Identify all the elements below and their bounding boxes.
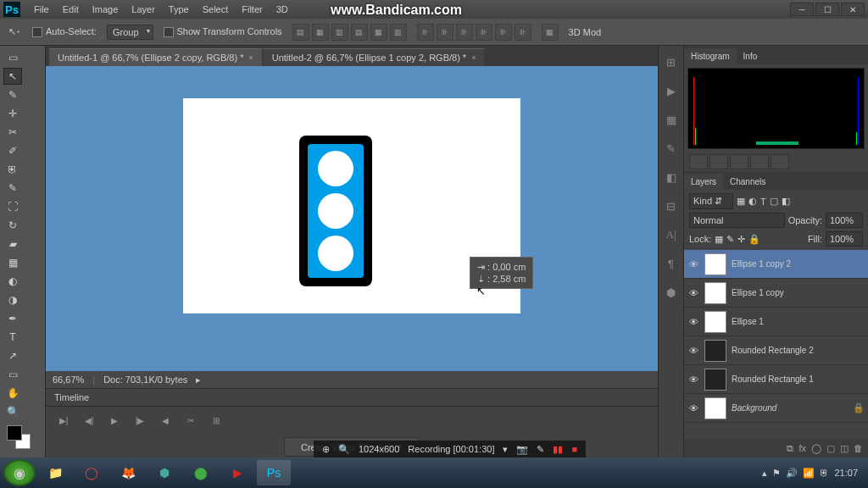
lasso-tool[interactable]: ✎	[3, 86, 22, 103]
menu-image[interactable]: Image	[86, 2, 125, 17]
auto-select-checkbox[interactable]: Auto-Select:	[32, 26, 97, 37]
next-frame-button[interactable]: |▶	[132, 413, 147, 427]
layer-fx-icon[interactable]: fx	[798, 443, 806, 453]
new-group-icon[interactable]: ▢	[826, 443, 835, 454]
visibility-icon[interactable]: 👁	[687, 288, 699, 298]
taskbar-app[interactable]: 📁	[38, 460, 72, 485]
filter-icon[interactable]: ◧	[782, 196, 790, 207]
menu-file[interactable]: File	[27, 2, 56, 17]
visibility-icon[interactable]: 👁	[687, 259, 699, 269]
3d-panel-icon[interactable]: ⬢	[662, 283, 681, 302]
channels-tab[interactable]: Channels	[723, 174, 772, 190]
move-tool[interactable]: ↖	[3, 68, 22, 85]
color-swatch[interactable]	[7, 425, 31, 449]
distribute-button[interactable]: ⊪	[476, 24, 492, 41]
blur-tool[interactable]: ◐	[3, 273, 22, 290]
clock[interactable]: 21:07	[834, 468, 858, 478]
eyedropper-tool[interactable]: ✐	[3, 142, 22, 159]
new-layer-icon[interactable]: ◫	[840, 443, 849, 454]
layer-thumbnail[interactable]	[704, 397, 726, 419]
transition-button[interactable]: ⊞	[209, 413, 224, 427]
info-flyout-icon[interactable]: ▸	[196, 374, 201, 385]
crop-tool[interactable]: ✂	[3, 124, 22, 141]
pause-icon[interactable]: ▮▮	[553, 444, 563, 455]
transform-controls-checkbox[interactable]: Show Transform Controls	[164, 26, 282, 37]
marquee-tool[interactable]: ▭	[3, 49, 22, 66]
adjustment-button[interactable]	[771, 154, 789, 169]
tray-icon[interactable]: 🔊	[786, 468, 798, 479]
taskbar-app[interactable]: Ps	[257, 460, 291, 485]
visibility-icon[interactable]: 👁	[687, 403, 699, 413]
align-button[interactable]: ▥	[390, 24, 407, 41]
dodge-tool[interactable]: ◑	[3, 291, 22, 308]
hand-tool[interactable]: ✋	[3, 385, 22, 402]
info-tab[interactable]: Info	[737, 48, 765, 64]
layer-name[interactable]: Ellipse 1	[732, 317, 865, 326]
align-button[interactable]: ▥	[331, 24, 348, 41]
maximize-button[interactable]: ☐	[815, 3, 839, 16]
taskbar-app[interactable]: 🦊	[111, 460, 145, 485]
paragraph-panel-icon[interactable]: ¶	[662, 254, 681, 273]
zoom-level[interactable]: 66,67%	[53, 374, 84, 385]
adjustment-button[interactable]	[730, 154, 748, 169]
lock-icon[interactable]: ✛	[737, 234, 745, 245]
pen-tool[interactable]: ✒	[3, 310, 22, 327]
layer-thumbnail[interactable]	[704, 369, 726, 391]
align-button[interactable]: ▤	[292, 24, 309, 41]
taskbar-app[interactable]: ▶	[220, 460, 254, 485]
layer-row[interactable]: 👁 Rounded Rectangle 2	[684, 336, 868, 365]
layer-thumbnail[interactable]	[704, 253, 726, 275]
layer-mask-icon[interactable]: ◯	[811, 443, 821, 454]
layer-name[interactable]: Ellipse 1 copy	[732, 288, 865, 297]
visibility-icon[interactable]: 👁	[687, 374, 699, 385]
panel-icon[interactable]: ▦	[662, 110, 681, 129]
layer-name[interactable]: Rounded Rectangle 2	[732, 346, 865, 355]
visibility-icon[interactable]: 👁	[687, 317, 699, 327]
menu-3d[interactable]: 3D	[270, 2, 295, 17]
healing-tool[interactable]: ⛨	[3, 161, 22, 178]
minimize-button[interactable]: ─	[790, 3, 814, 16]
adjustment-button[interactable]	[689, 154, 708, 169]
play-button[interactable]: ▶	[107, 413, 122, 427]
adjustment-button[interactable]	[750, 154, 769, 169]
type-tool[interactable]: T	[3, 329, 22, 346]
shape-tool[interactable]: ▭	[3, 366, 22, 383]
filter-icon[interactable]: ▢	[770, 196, 778, 207]
document-tab[interactable]: Untitled-2 @ 66,7% (Ellipse 1 copy 2, RG…	[264, 48, 485, 66]
close-icon[interactable]: ×	[248, 53, 253, 62]
panel-icon[interactable]: ✎	[662, 139, 681, 158]
zoom-tool[interactable]: 🔍	[3, 403, 22, 420]
gradient-tool[interactable]: ▦	[3, 254, 22, 271]
timeline-tab[interactable]: Timeline	[46, 389, 658, 407]
lock-icon[interactable]: 🔒	[748, 234, 760, 245]
menu-type[interactable]: Type	[162, 2, 196, 17]
lock-icon[interactable]: ✎	[726, 234, 734, 245]
auto-select-dropdown[interactable]: Group	[107, 25, 153, 40]
adjustment-button[interactable]	[709, 154, 728, 169]
fill-input[interactable]: 100%	[826, 231, 863, 247]
cut-button[interactable]: ✂	[183, 413, 198, 427]
document-tab[interactable]: Untitled-1 @ 66,7% (Ellipse 2 copy, RGB/…	[49, 48, 262, 66]
camera-icon[interactable]: 📷	[516, 444, 528, 455]
last-frame-button[interactable]: ◀	[158, 413, 173, 427]
panel-icon[interactable]: ◧	[662, 168, 681, 186]
visibility-icon[interactable]: 👁	[687, 346, 699, 356]
layer-name[interactable]: Background	[732, 403, 848, 413]
layer-thumbnail[interactable]	[704, 311, 726, 333]
layer-row[interactable]: 👁 Ellipse 1 copy	[684, 279, 868, 308]
menu-edit[interactable]: Edit	[56, 2, 86, 17]
delete-layer-icon[interactable]: 🗑	[854, 443, 863, 453]
layer-row[interactable]: 👁 Ellipse 1	[684, 308, 868, 336]
play-3d-icon[interactable]: ▶	[662, 81, 681, 100]
menu-layer[interactable]: Layer	[125, 2, 162, 17]
align-button[interactable]: ▦	[370, 24, 387, 41]
filter-icon[interactable]: T	[760, 197, 766, 207]
menu-filter[interactable]: Filter	[235, 2, 269, 17]
quick-select-tool[interactable]: ✛	[3, 105, 22, 122]
start-button[interactable]: ◉	[3, 459, 36, 486]
brush-tool[interactable]: ✎	[3, 180, 22, 197]
layer-row[interactable]: 👁 Rounded Rectangle 1	[684, 365, 868, 394]
layer-name[interactable]: Ellipse 1 copy 2	[732, 259, 865, 269]
distribute-button[interactable]: ⊪	[515, 24, 531, 41]
prev-frame-button[interactable]: ◀|	[81, 413, 97, 427]
